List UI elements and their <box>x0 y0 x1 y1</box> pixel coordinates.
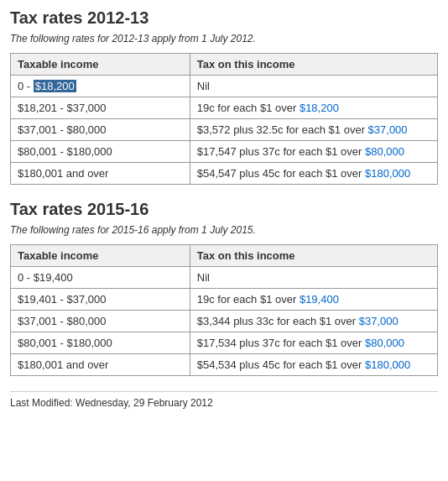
income-cell: $80,001 - $180,000 <box>11 332 190 354</box>
table1-col2-header: Tax on this income <box>190 54 437 76</box>
section-2015-16: Tax rates 2015-16 The following rates fo… <box>10 200 438 376</box>
table2-col1-header: Taxable income <box>11 245 190 267</box>
income-cell: $37,001 - $80,000 <box>11 311 190 332</box>
tax-cell: 19c for each $1 over $18,200 <box>190 97 437 119</box>
tax-cell: $54,547 plus 45c for each $1 over $180,0… <box>190 163 437 185</box>
income-cell: $80,001 - $180,000 <box>11 141 190 163</box>
income-cell: $18,201 - $37,000 <box>11 97 190 119</box>
table2-col2-header: Tax on this income <box>190 245 437 267</box>
table-row: $37,001 - $80,000 $3,344 plus 33c for ea… <box>11 311 438 332</box>
tax-cell: $17,534 plus 37c for each $1 over $80,00… <box>190 332 437 354</box>
table-row: $19,401 - $37,000 19c for each $1 over $… <box>11 289 438 311</box>
tax-link[interactable]: $180,000 <box>365 358 410 371</box>
tax-link[interactable]: $80,000 <box>365 337 404 349</box>
tax-cell: $54,534 plus 45c for each $1 over $180,0… <box>190 354 437 376</box>
section1-subtitle: The following rates for 2012-13 apply fr… <box>10 33 438 44</box>
tax-link[interactable]: $18,200 <box>300 102 339 114</box>
section2-subtitle: The following rates for 2015-16 apply fr… <box>10 224 438 236</box>
page-footer: Last Modified: Wednesday, 29 February 20… <box>10 391 438 409</box>
table-row: $80,001 - $180,000 $17,547 plus 37c for … <box>11 141 438 163</box>
tax-link[interactable]: $37,000 <box>359 315 399 327</box>
tax-cell: Nil <box>190 267 437 289</box>
income-cell: $37,001 - $80,000 <box>11 119 190 141</box>
table-row: $18,201 - $37,000 19c for each $1 over $… <box>11 97 438 119</box>
section1-title: Tax rates 2012-13 <box>10 8 438 28</box>
income-cell: $180,001 and over <box>11 354 190 376</box>
income-cell: 0 - $19,400 <box>11 267 190 289</box>
table-row: $37,001 - $80,000 $3,572 plus 32.5c for … <box>11 119 438 141</box>
tax-cell: $3,572 plus 32.5c for each $1 over $37,0… <box>190 119 437 141</box>
table1-col1-header: Taxable income <box>11 54 190 76</box>
tax-link[interactable]: $37,000 <box>368 123 408 136</box>
tax-cell: 19c for each $1 over $19,400 <box>190 289 437 311</box>
tax-cell: Nil <box>190 76 437 97</box>
last-modified-label: Last Modified: Wednesday, 29 February 20… <box>10 397 213 409</box>
section2-title: Tax rates 2015-16 <box>10 200 438 219</box>
tax-link[interactable]: $180,000 <box>365 167 410 180</box>
table-2012-13: Taxable income Tax on this income 0 - $1… <box>10 53 438 185</box>
tax-cell: $3,344 plus 33c for each $1 over $37,000 <box>190 311 437 332</box>
highlighted-value: $18,200 <box>34 80 76 92</box>
table-row: 0 - $19,400 Nil <box>11 267 438 289</box>
section-2012-13: Tax rates 2012-13 The following rates fo… <box>10 8 438 185</box>
table-row: $180,001 and over $54,534 plus 45c for e… <box>11 354 438 376</box>
table-row: $80,001 - $180,000 $17,534 plus 37c for … <box>11 332 438 354</box>
table-row: $180,001 and over $54,547 plus 45c for e… <box>11 163 438 185</box>
table-row: 0 - $18,200 Nil <box>11 76 438 97</box>
income-cell: $180,001 and over <box>11 163 190 185</box>
income-cell: $19,401 - $37,000 <box>11 289 190 311</box>
tax-cell: $17,547 plus 37c for each $1 over $80,00… <box>190 141 437 163</box>
table-2015-16: Taxable income Tax on this income 0 - $1… <box>10 244 438 376</box>
tax-link[interactable]: $80,000 <box>365 145 404 158</box>
income-cell: 0 - $18,200 <box>11 76 190 97</box>
tax-link[interactable]: $19,400 <box>300 293 339 306</box>
